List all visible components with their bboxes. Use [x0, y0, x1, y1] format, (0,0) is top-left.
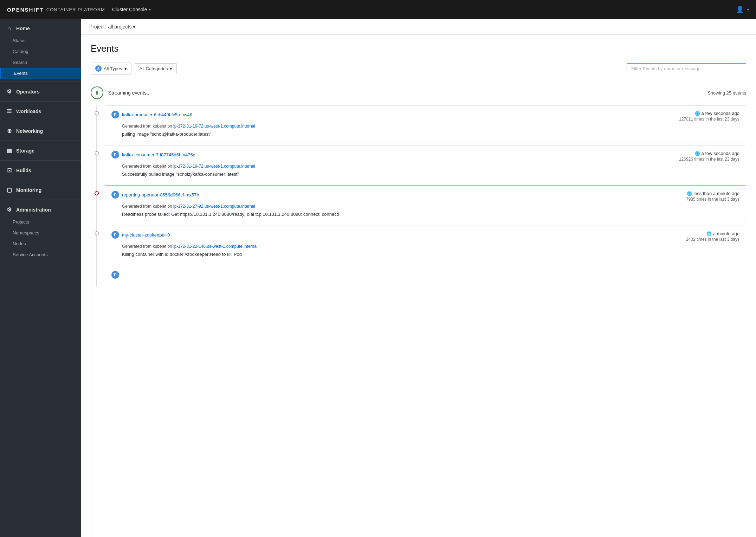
event-source-link[interactable]: ip-172-31-19-72.us-west-1.compute.intern… [173, 124, 255, 129]
event-name-row: P kafka-consumer-7d87745d6b-x475q [111, 151, 195, 158]
event-source-link[interactable]: ip-172-31-22-146.us-west-1.compute.inter… [173, 244, 257, 249]
event-item: P kafka-producer-6cb449bfc5-chw48 🌐 a fe… [105, 105, 746, 142]
event-message: pulling image "scholzj/kafka-producer:la… [122, 131, 739, 137]
sidebar-item-home[interactable]: ⌂ Home [0, 22, 81, 35]
event-time-col: 🌐 a minute ago 2402 times in the last 3 … [686, 231, 739, 242]
event-message: Killing container with id docker://zooke… [122, 252, 739, 257]
globe-icon: 🌐 [695, 111, 700, 116]
pod-icon: P [111, 231, 119, 239]
event-source: Generated from kubelet on ip-172-31-19-7… [122, 164, 739, 169]
event-source: Generated from kubelet on ip-172-31-27-9… [122, 204, 739, 209]
event-item: P my-cluster-zookeeper-0 🌐 a minute ago … [105, 226, 746, 262]
sidebar-builds-section: ⊡ Builds [0, 161, 81, 180]
sidebar-item-search[interactable]: Search [0, 57, 81, 68]
streaming-label: Streaming events... [108, 90, 151, 96]
timeline-line [96, 105, 97, 287]
all-categories-filter[interactable]: All Categories ▾ [135, 63, 177, 74]
sidebar-home-section: ⌂ Home Status Catalog Search Events [0, 19, 81, 82]
builds-icon: ⊡ [6, 167, 13, 174]
event-name-link[interactable]: my-cluster-zookeeper-0 [122, 232, 170, 238]
sidebar-item-status[interactable]: Status [0, 35, 81, 46]
sidebar-item-events[interactable]: Events [0, 68, 81, 79]
cluster-console-button[interactable]: Cluster Console ▾ [112, 7, 151, 12]
administration-icon: ⚙ [6, 206, 13, 213]
sidebar-item-monitoring[interactable]: ▢ Monitoring [0, 183, 81, 197]
sidebar-item-namespaces[interactable]: Namespaces [0, 227, 81, 238]
timeline-dot [95, 151, 99, 155]
stream-status: ⏸ Streaming events... [91, 86, 151, 99]
event-name-link[interactable]: reporting-operator-8556d966cf-mx57h [122, 192, 199, 198]
event-item-partial: P [105, 266, 746, 287]
event-name-link[interactable]: kafka-producer-6cb449bfc5-chw48 [122, 112, 192, 117]
user-menu-chevron-icon: ▾ [747, 8, 749, 12]
event-count: 126926 times in the last 23 days [679, 157, 739, 162]
event-header: P [111, 271, 739, 279]
event-source: Generated from kubelet on ip-172-31-19-7… [122, 124, 739, 129]
brand-logo: OPENSHIFT [7, 7, 44, 13]
monitoring-icon: ▢ [6, 187, 13, 193]
timeline-dot-error [95, 191, 99, 195]
nav-left: OPENSHIFT CONTAINER PLATFORM Cluster Con… [7, 7, 151, 13]
sidebar-item-networking[interactable]: ⊕ Networking [0, 124, 81, 138]
sidebar-item-administration[interactable]: ⚙ Administration [0, 203, 81, 216]
event-time: 🌐 less than a minute ago [686, 191, 739, 196]
event-header: P my-cluster-zookeeper-0 🌐 a minute ago … [111, 231, 739, 242]
sidebar-item-projects[interactable]: Projects [0, 216, 81, 227]
event-header: P reporting-operator-8556d966cf-mx57h 🌐 … [111, 191, 739, 202]
event-source-link[interactable]: ip-172-31-27-92.us-west-1.compute.intern… [173, 204, 255, 209]
all-types-icon: A [95, 65, 102, 72]
user-icon[interactable]: 👤 [736, 6, 744, 13]
sidebar-administration-section: ⚙ Administration Projects Namespaces Nod… [0, 200, 81, 263]
types-chevron-icon: ▾ [124, 66, 127, 71]
event-count: 127011 times in the last 23 days [679, 117, 739, 122]
brand-sub: CONTAINER PLATFORM [46, 7, 105, 12]
project-selector[interactable]: all projects ▾ [108, 24, 135, 30]
sidebar-item-builds[interactable]: ⊡ Builds [0, 163, 81, 177]
sidebar-item-catalog[interactable]: Catalog [0, 46, 81, 57]
sidebar-item-operators[interactable]: ⚙ Operators [0, 85, 81, 98]
event-name-row: P my-cluster-zookeeper-0 [111, 231, 170, 239]
event-time: 🌐 a few seconds ago [679, 151, 739, 156]
globe-icon: 🌐 [687, 191, 692, 196]
pod-icon: P [111, 271, 119, 279]
event-card-error: P reporting-operator-8556d966cf-mx57h 🌐 … [105, 186, 746, 222]
sidebar-item-storage[interactable]: ▦ Storage [0, 144, 81, 157]
event-message: Readiness probe failed: Get https://10.1… [122, 212, 739, 217]
event-time-col: 🌐 a few seconds ago 126926 times in the … [679, 151, 739, 162]
all-types-filter[interactable]: A All Types ▾ [91, 63, 131, 75]
filter-search-container [180, 63, 746, 74]
pod-icon: P [111, 191, 119, 199]
top-nav: OPENSHIFT CONTAINER PLATFORM Cluster Con… [0, 0, 756, 19]
sidebar-workloads-section: ☰ Workloads [0, 102, 81, 121]
operators-icon: ⚙ [6, 88, 13, 95]
sidebar-item-nodes[interactable]: Nodes [0, 238, 81, 249]
nav-right: 👤 ▾ [736, 6, 749, 13]
event-source-link[interactable]: ip-172-31-19-72.us-west-1.compute.intern… [173, 164, 255, 169]
event-name-row: P [111, 271, 119, 279]
event-source: Generated from kubelet on ip-172-31-22-1… [122, 244, 739, 249]
pod-icon: P [111, 111, 119, 118]
event-header: P kafka-producer-6cb449bfc5-chw48 🌐 a fe… [111, 111, 739, 122]
sidebar-item-service-accounts[interactable]: Service Accounts [0, 249, 81, 260]
event-message: Successfully pulled image "scholzj/kafka… [122, 172, 739, 177]
sidebar-item-workloads[interactable]: ☰ Workloads [0, 104, 81, 118]
sidebar: ⌂ Home Status Catalog Search Events ⚙ Op… [0, 19, 81, 537]
filter-search-input[interactable] [627, 63, 746, 74]
sidebar-monitoring-section: ▢ Monitoring [0, 180, 81, 200]
brand: OPENSHIFT CONTAINER PLATFORM [7, 7, 105, 13]
project-bar: Project: all projects ▾ [81, 19, 756, 35]
networking-icon: ⊕ [6, 128, 13, 134]
event-name-row: P reporting-operator-8556d966cf-mx57h [111, 191, 199, 199]
events-timeline: P kafka-producer-6cb449bfc5-chw48 🌐 a fe… [91, 105, 746, 287]
event-time-col: 🌐 less than a minute ago 7985 times in t… [686, 191, 739, 202]
sidebar-storage-section: ▦ Storage [0, 141, 81, 161]
home-icon: ⌂ [6, 25, 13, 32]
event-time: 🌐 a few seconds ago [679, 111, 739, 116]
pause-button[interactable]: ⏸ [91, 86, 103, 99]
chevron-down-icon: ▾ [149, 8, 151, 12]
sidebar-networking-section: ⊕ Networking [0, 121, 81, 141]
event-item: P kafka-consumer-7d87745d6b-x475q 🌐 a fe… [105, 145, 746, 182]
event-card: P my-cluster-zookeeper-0 🌐 a minute ago … [105, 226, 746, 262]
event-name-link[interactable]: kafka-consumer-7d87745d6b-x475q [122, 152, 195, 157]
categories-chevron-icon: ▾ [170, 66, 172, 71]
